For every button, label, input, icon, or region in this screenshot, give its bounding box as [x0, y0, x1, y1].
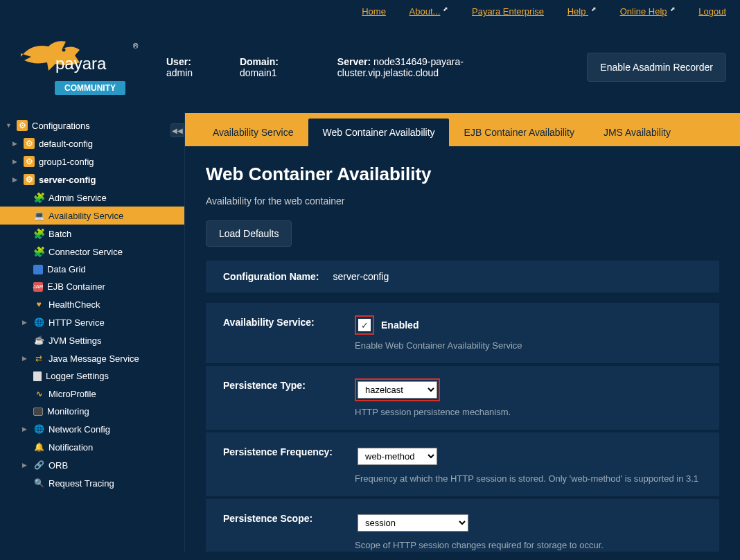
tree-network[interactable]: ▶ 🌐 Network Config [0, 420, 184, 438]
arrow-down-icon: ▼ [6, 122, 12, 129]
logo: payara ® COMMUNITY [14, 36, 139, 98]
nav-enterprise[interactable]: Payara Enterprise [472, 6, 544, 17]
form-persistence-frequency: Persistence Frequency: web-method Freque… [206, 432, 719, 496]
tree-connector-service[interactable]: 🧩 Connector Service [0, 243, 184, 261]
nav-logout[interactable]: Logout [698, 6, 726, 17]
gear-icon: ⚙ [24, 174, 35, 185]
arrow-right-icon: ▶ [22, 462, 29, 469]
persistence-scope-select[interactable]: session [358, 514, 468, 532]
tree-configurations[interactable]: ▼ ⚙ Configurations [0, 116, 184, 134]
grid-icon [33, 265, 43, 274]
arrow-right-icon: ▶ [12, 158, 19, 165]
config-name-value: server-config [333, 271, 389, 282]
jar-icon: JAR [33, 282, 43, 292]
document-icon [33, 371, 42, 381]
puzzle-icon: 🧩 [33, 192, 44, 203]
tab-jms-availability[interactable]: JMS Availability [590, 119, 685, 146]
tree-orb[interactable]: ▶ 🔗 ORB [0, 456, 184, 474]
coffee-icon: ☕ [33, 335, 44, 346]
persistence-type-select[interactable]: hazelcast [358, 381, 437, 399]
bell-icon: 🔔 [33, 441, 44, 453]
monitor-icon [33, 408, 43, 416]
tree-batch[interactable]: 🧩 Batch [0, 225, 184, 243]
wave-icon: ∿ [33, 388, 44, 399]
gear-icon: ⚙ [24, 156, 35, 167]
enable-recorder-button[interactable]: Enable Asadmin Recorder [587, 53, 726, 82]
external-icon: ⬈ [590, 6, 597, 12]
highlight-box: ✓ [355, 315, 374, 335]
availability-icon: 💻 [33, 210, 44, 221]
tree-group1-config[interactable]: ▶ ⚙ group1-config [0, 152, 184, 170]
form-label: Persistence Type: [223, 378, 341, 417]
nav-home[interactable]: Home [362, 6, 386, 17]
tree-default-config[interactable]: ▶ ⚙ default-config [0, 134, 184, 152]
form-help: HTTP session persistence mechanism. [355, 407, 702, 417]
tree-jms[interactable]: ▶ ⇄ Java Message Service [0, 349, 184, 367]
form-label: Persistence Scope: [223, 511, 341, 550]
tab-ejb-container[interactable]: EJB Container Availability [450, 119, 588, 146]
arrow-right-icon: ▶ [22, 319, 29, 326]
puzzle-icon: 🧩 [33, 228, 44, 239]
tree-ejb-container[interactable]: JAR EJB Container [0, 278, 184, 295]
form-persistence-scope: Persistence Scope: session Scope of HTTP… [206, 499, 719, 552]
sidebar: ◀◀ ▼ ⚙ Configurations ▶ ⚙ default-config… [0, 113, 185, 552]
globe-icon: 🌐 [33, 317, 44, 328]
tab-availability-service[interactable]: Availability Service [199, 119, 307, 146]
globe-icon: 🌐 [33, 423, 44, 435]
community-badge: COMMUNITY [55, 81, 125, 95]
header-info: User: admin Domain: domain1 Server: node… [166, 56, 559, 78]
form-label: Availability Service: [223, 315, 341, 351]
arrow-right-icon: ▶ [12, 140, 19, 147]
page-title: Web Container Availability [206, 164, 719, 185]
tree-availability-service[interactable]: 💻 Availability Service [0, 207, 184, 225]
form-label: Persistence Frequency: [223, 445, 341, 484]
form-help: Scope of HTTP session changes required f… [355, 540, 702, 550]
highlight-box: hazelcast [355, 378, 440, 401]
availability-enabled-checkbox[interactable]: ✓ [358, 319, 371, 331]
tree-admin-service[interactable]: 🧩 Admin Service [0, 189, 184, 207]
svg-text:payara: payara [55, 54, 107, 73]
svg-text:®: ® [133, 42, 139, 50]
persistence-frequency-select[interactable]: web-method [358, 448, 437, 465]
tree-logger[interactable]: Logger Settings [0, 367, 184, 385]
arrow-right-icon: ▶ [22, 426, 29, 432]
puzzle-icon: 🧩 [33, 246, 44, 257]
page-description: Availability for the web container [206, 195, 719, 207]
collapse-sidebar-button[interactable]: ◀◀ [170, 123, 184, 137]
enabled-label: Enabled [381, 320, 419, 331]
external-icon: ⬈ [669, 6, 676, 12]
tree: ▼ ⚙ Configurations ▶ ⚙ default-config ▶ … [0, 113, 184, 496]
tree-jvm-settings[interactable]: ☕ JVM Settings [0, 331, 184, 349]
heart-icon: ♥ [33, 299, 44, 310]
form-persistence-type: Persistence Type: hazelcast HTTP session… [206, 366, 719, 430]
arrows-icon: ⇄ [33, 353, 44, 364]
search-icon: 🔍 [33, 478, 44, 489]
tree-data-grid[interactable]: Data Grid [0, 261, 184, 278]
arrow-right-icon: ▶ [12, 176, 19, 183]
tab-web-container[interactable]: Web Container Availability [308, 119, 448, 146]
form-availability-service: Availability Service: ✓ Enabled Enable W… [206, 303, 719, 363]
tree-http-service[interactable]: ▶ 🌐 HTTP Service [0, 313, 184, 331]
form-help: Frequency at which the HTTP session is s… [355, 473, 702, 484]
header: payara ® COMMUNITY User: admin Domain: d… [0, 22, 740, 113]
tabs: Availability Service Web Container Avail… [185, 113, 740, 146]
load-defaults-button[interactable]: Load Defaults [206, 220, 292, 247]
form-help: Enable Web Container Availability Servic… [355, 340, 702, 351]
config-name-row: Configuration Name: server-config [206, 261, 719, 292]
tree-monitoring[interactable]: Monitoring [0, 403, 184, 420]
content-area: Availability Service Web Container Avail… [185, 113, 740, 552]
nav-help[interactable]: Help ⬈ [567, 6, 597, 17]
tree-notification[interactable]: 🔔 Notification [0, 438, 184, 456]
top-nav: Home About...⬈ Payara Enterprise Help ⬈ … [0, 0, 740, 22]
svg-point-0 [62, 49, 66, 52]
config-name-label: Configuration Name: [223, 271, 319, 282]
nav-about[interactable]: About...⬈ [409, 6, 449, 17]
arrow-right-icon: ▶ [22, 355, 29, 362]
nav-onlinehelp[interactable]: Online Help⬈ [620, 6, 676, 17]
tree-request-tracing[interactable]: 🔍 Request Tracing [0, 474, 184, 492]
tree-server-config[interactable]: ▶ ⚙ server-config [0, 170, 184, 189]
tree-microprofile[interactable]: ∿ MicroProfile [0, 385, 184, 403]
link-icon: 🔗 [33, 460, 44, 471]
gear-icon: ⚙ [17, 120, 28, 131]
tree-healthcheck[interactable]: ♥ HealthCheck [0, 295, 184, 313]
